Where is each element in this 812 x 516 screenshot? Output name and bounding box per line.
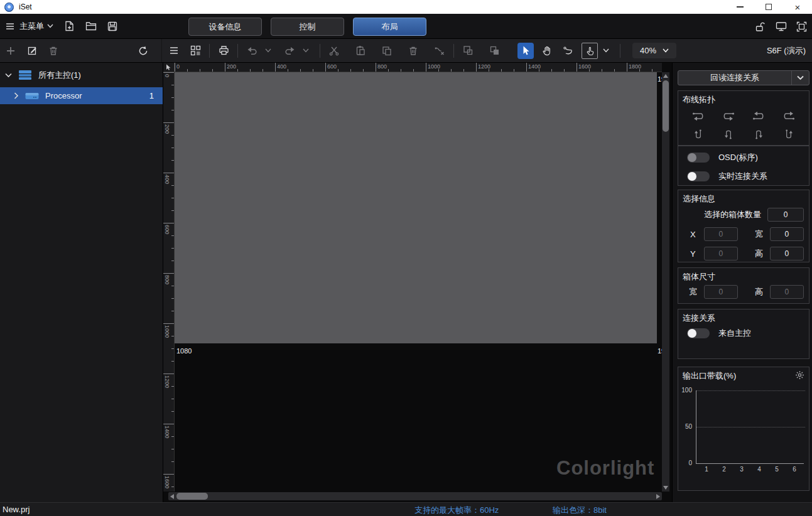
save-button[interactable] xyxy=(107,21,117,31)
undo-button[interactable] xyxy=(244,43,260,59)
pan-tool-button[interactable] xyxy=(539,43,555,59)
minimize-button[interactable] xyxy=(725,0,754,14)
tree-root-all-controllers[interactable]: 所有主控(1) xyxy=(0,67,163,83)
cabinet-width-field[interactable]: 0 xyxy=(704,285,738,299)
delete-button[interactable] xyxy=(405,43,421,59)
height-field[interactable]: 0 xyxy=(770,247,804,261)
menu-bar: 主菜单 设备信息 控制 布局 xyxy=(0,14,812,39)
close-button[interactable]: × xyxy=(783,0,812,14)
selected-cabinet-count-field[interactable]: 0 xyxy=(767,208,804,222)
scroll-up-icon[interactable] xyxy=(663,74,668,78)
disconnect-button[interactable] xyxy=(431,43,448,59)
vertical-scrollbar-thumb[interactable] xyxy=(663,80,669,132)
bring-front-button[interactable] xyxy=(486,43,502,59)
tree-item-processor[interactable]: Processor 1 xyxy=(0,87,163,104)
selection-info-title: 选择信息 xyxy=(678,190,809,206)
tree-item-label: Processor xyxy=(45,91,82,100)
new-project-button[interactable] xyxy=(64,21,75,31)
add-device-button[interactable] xyxy=(3,43,19,59)
screen-height-label: 1080 xyxy=(176,347,192,355)
output-color-depth: 输出色深：8bit xyxy=(553,505,607,516)
sidebar-toolbar xyxy=(0,39,162,62)
cut-button[interactable] xyxy=(326,43,342,59)
tree-item-count: 1 xyxy=(149,91,154,100)
from-controller-toggle[interactable] xyxy=(687,328,710,338)
horizontal-scrollbar-thumb[interactable] xyxy=(176,493,208,500)
topology-serpentine-up-right-icon[interactable] xyxy=(750,127,767,141)
list-view-icon[interactable] xyxy=(166,43,182,59)
print-button[interactable] xyxy=(215,43,232,59)
canvas-viewport[interactable]: 1920 1080 1920 Colorlight xyxy=(175,72,662,492)
chevron-down-icon[interactable] xyxy=(791,71,809,85)
zoom-select[interactable]: 40% xyxy=(632,43,676,58)
open-project-button[interactable] xyxy=(85,21,97,31)
y-field[interactable]: 0 xyxy=(704,247,738,261)
chevron-down-icon[interactable] xyxy=(5,73,12,78)
group-button[interactable] xyxy=(460,43,476,59)
width-label: 宽 xyxy=(754,228,764,240)
tab-layout[interactable]: 布局 xyxy=(353,18,426,36)
device-model-label: S6F (演示) xyxy=(767,45,812,56)
height-label: 高 xyxy=(754,248,764,259)
cabinet-width-label: 宽 xyxy=(688,286,698,298)
screen-width-label-bottom: 1920 xyxy=(658,347,662,355)
topology-serpentine-left-down-icon[interactable] xyxy=(720,109,737,123)
max-frame-rate: 支持的最大帧率：60Hz xyxy=(414,505,499,516)
select-tool-button[interactable] xyxy=(517,43,534,59)
topology-grid xyxy=(678,107,809,146)
x-field[interactable]: 0 xyxy=(704,227,738,241)
cabinet-height-field[interactable]: 0 xyxy=(770,285,804,299)
unlock-icon[interactable] xyxy=(755,21,766,32)
topology-serpentine-down-right-icon[interactable] xyxy=(690,127,706,141)
edit-button[interactable] xyxy=(24,43,40,59)
output-load-chart: 050100123456 xyxy=(679,384,808,477)
scroll-left-icon[interactable] xyxy=(170,494,174,499)
copy-button[interactable] xyxy=(379,43,395,59)
hamburger-icon xyxy=(6,23,14,30)
chevron-right-icon[interactable] xyxy=(14,92,19,99)
screen-area[interactable] xyxy=(175,72,657,343)
x-label: X xyxy=(688,230,698,239)
horizontal-scrollbar[interactable] xyxy=(168,492,662,500)
chevron-down-icon xyxy=(47,24,53,28)
width-field[interactable]: 0 xyxy=(770,227,804,241)
topology-serpentine-down-left-icon[interactable] xyxy=(720,127,737,141)
touch-tool-dropdown-icon[interactable] xyxy=(598,43,614,59)
readback-connection-button[interactable]: 回读连接关系 xyxy=(678,70,809,85)
undo-dropdown-icon[interactable] xyxy=(260,43,276,59)
main-menu-button[interactable]: 主菜单 xyxy=(19,21,44,32)
cable-tool-button[interactable] xyxy=(560,43,577,59)
scroll-right-icon[interactable] xyxy=(656,494,660,499)
main-tabs: 设备信息 控制 布局 xyxy=(188,18,426,36)
vertical-scrollbar[interactable] xyxy=(662,72,669,492)
monitor-icon[interactable] xyxy=(776,21,787,31)
topology-serpentine-right-down-icon[interactable] xyxy=(690,109,706,123)
from-controller-knob xyxy=(688,329,696,338)
project-name: New.prj xyxy=(3,505,30,514)
gear-icon[interactable] xyxy=(795,370,804,380)
output-load-group: 输出口带载(%) 050100123456 xyxy=(678,367,809,491)
tab-control[interactable]: 控制 xyxy=(271,18,344,36)
osd-toggle[interactable] xyxy=(687,153,710,163)
selection-info-group: 选择信息 选择的箱体数量 0 X 0 宽 0 Y 0 高 0 xyxy=(678,190,809,262)
refresh-button[interactable] xyxy=(135,43,151,59)
maximize-icon xyxy=(766,4,772,10)
title-bar: iSet × xyxy=(0,0,812,14)
redo-button[interactable] xyxy=(281,43,298,59)
touch-tool-button[interactable] xyxy=(582,43,598,59)
paste-button[interactable] xyxy=(352,43,369,59)
topology-serpentine-up-left-icon[interactable] xyxy=(781,127,797,141)
tab-device-info[interactable]: 设备信息 xyxy=(188,18,262,36)
grid-view-icon[interactable] xyxy=(187,43,203,59)
redo-dropdown-icon[interactable] xyxy=(298,43,314,59)
cabinet-size-group: 箱体尺寸 宽 0 高 0 xyxy=(678,267,809,304)
from-controller-label: 来自主控 xyxy=(718,328,751,339)
scroll-down-icon[interactable] xyxy=(663,486,668,490)
topology-serpentine-left-up-icon[interactable] xyxy=(781,109,797,123)
fit-screen-icon[interactable] xyxy=(796,21,807,32)
delete-device-button[interactable] xyxy=(45,43,62,59)
topology-serpentine-right-up-icon[interactable] xyxy=(750,109,767,123)
realtime-connection-toggle[interactable] xyxy=(687,171,710,181)
maximize-button[interactable] xyxy=(754,0,783,14)
layout-canvas[interactable]: 020040060080010001200140016001800 020040… xyxy=(163,63,672,502)
